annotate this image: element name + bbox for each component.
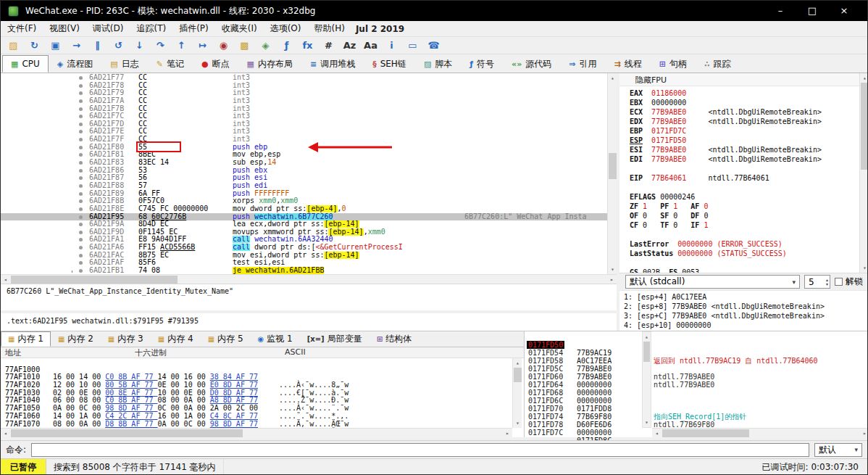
register-row[interactable]: ESP 0171FD50: [630, 136, 857, 145]
breakpoint-dot[interactable]: [79, 115, 83, 118]
tab-graph[interactable]: ◈ 流程图: [49, 55, 101, 73]
stack-row[interactable]: 0171FD5C 77B9ABE0 ntdll.77B9ABE0: [525, 357, 868, 365]
breakpoint-dot[interactable]: [79, 207, 83, 211]
menu-item[interactable]: 收藏夹(I): [215, 20, 264, 37]
scroll-right-arrow[interactable]: ▸: [503, 429, 512, 438]
tab-dump-3[interactable]: ▦ 内存 3: [101, 331, 151, 347]
search-icon[interactable]: ƒ: [276, 38, 297, 54]
tab-references[interactable]: ⇒ 引用: [560, 55, 605, 73]
open-file-icon[interactable]: ▨: [3, 38, 24, 54]
breakpoint-dot[interactable]: [79, 261, 83, 265]
disasm-row[interactable]: 6AD21F8B 0F57C0 xorps xmm0,xmm0: [1, 197, 617, 205]
disasm-row[interactable]: 6AD21FA6 FF15 ACD5566B call dword ptr ds…: [1, 244, 617, 252]
tab-log[interactable]: ▤ 日志: [101, 55, 147, 73]
stack-vertical-scrollbar[interactable]: ▴ ▾: [642, 331, 651, 428]
disasm-row[interactable]: 6AD21F9D 0F1145 EC movups xmmword ptr ss…: [1, 228, 617, 236]
tab-breakpoints[interactable]: ● 断点: [193, 55, 238, 73]
scroll-up-arrow[interactable]: ▴: [642, 332, 651, 342]
register-row[interactable]: EBP 0171FD7C: [630, 126, 857, 136]
register-row[interactable]: OF 0 SF 0 DF 0: [630, 211, 857, 220]
breakpoint-dot[interactable]: [79, 123, 83, 126]
stack-row[interactable]: 0171FD50 77B9AC19 返回到 ntdll.77B9AC19 自 n…: [525, 333, 868, 341]
disasm-row[interactable]: 6AD21F79 CC int3: [1, 89, 617, 97]
register-row[interactable]: EAX 01186000: [630, 88, 857, 98]
run-to-cursor-icon[interactable]: ↦: [192, 38, 213, 54]
breakpoint-dot[interactable]: [79, 153, 83, 157]
breakpoint-dot[interactable]: [79, 107, 83, 111]
argument-row[interactable]: 4: [esp+10] 00000000: [624, 321, 868, 330]
maximize-button[interactable]: □: [796, 1, 828, 21]
disasm-row[interactable]: 6AD21F89 6A FF push FFFFFFFF: [1, 190, 617, 198]
scroll-left-arrow[interactable]: ◂: [652, 429, 662, 438]
stack-row[interactable]: 0171FD68 00000000: [525, 381, 868, 389]
tab-handles[interactable]: ⊞ 句柄: [651, 55, 696, 73]
dump-row[interactable]: 77AF1020 02 00 0E 00 00 8E AF 77 10 00 0…: [1, 373, 512, 381]
breakpoint-dot[interactable]: [79, 130, 83, 133]
hide-fpu-button[interactable]: 隐藏FPU: [635, 75, 667, 85]
stack-row[interactable]: 0171FD6C 0171FDD8 指向SEH_Record[1]的指针: [525, 389, 868, 397]
close-button[interactable]: ×: [828, 1, 860, 21]
disasm-row[interactable]: 6AD21F7F CC int3: [1, 136, 617, 144]
register-row[interactable]: LastError 00000000 (ERROR_SUCCESS): [630, 239, 857, 249]
tab-symbols[interactable]: ƒ 符号: [461, 55, 503, 73]
breakpoint-dot[interactable]: [79, 199, 83, 203]
stack-row[interactable]: 0171FD70 77B69F80 ntdll.77B69F80: [525, 397, 868, 405]
scroll-thumb[interactable]: [861, 83, 868, 170]
unlock-checkbox[interactable]: 解锁: [835, 276, 863, 288]
disasm-row[interactable]: 6AD21FAF 85F6 test esi,esi: [1, 259, 617, 267]
scroll-thumb[interactable]: [11, 276, 178, 284]
disasm-row[interactable]: 6AD21F7D CC int3: [1, 120, 617, 128]
breakpoint-dot[interactable]: [79, 99, 83, 103]
step-into-icon[interactable]: ↓: [129, 38, 150, 54]
dump-row[interactable]: 77AF1050 14 00 1A 00 C4 2C AF 77 16 00 1…: [1, 397, 512, 405]
dump-row[interactable]: 77AF1030 06 00 08 00 C0 8B AF 77 08 00 0…: [1, 381, 512, 389]
scroll-down-arrow[interactable]: ▾: [608, 265, 617, 274]
stack-row[interactable]: 0171FD64 00000000: [525, 373, 868, 381]
disasm-row[interactable]: 6AD21F7B CC int3: [1, 105, 617, 113]
stack-row[interactable]: 0171FD78 00000000: [525, 413, 868, 421]
dump-row[interactable]: 77AF1080 16 00 15 00 70 D8 AF 77 44 00 1…: [1, 421, 512, 429]
scroll-down-arrow[interactable]: ▾: [513, 418, 522, 428]
register-row[interactable]: EIP 77B64061 ntdll.77B64061: [630, 173, 857, 183]
register-row[interactable]: CF 0 TF 0 IF 1: [630, 220, 857, 230]
scroll-thumb[interactable]: [662, 429, 749, 437]
patches-icon[interactable]: ▩: [234, 38, 255, 54]
scroll-down-arrow[interactable]: ▾: [860, 263, 868, 273]
disasm-row[interactable]: 6AD21F7A CC int3: [1, 97, 617, 105]
checkbox-box[interactable]: [835, 278, 843, 286]
scroll-thumb[interactable]: [11, 429, 243, 437]
breakpoint-dot[interactable]: [79, 269, 83, 273]
tab-locals[interactable]: [x=] 局部变量: [300, 331, 370, 347]
tab-dump-2[interactable]: ▦ 内存 2: [51, 331, 101, 347]
scroll-up-arrow[interactable]: ▴: [860, 73, 868, 83]
disasm-row[interactable]: 6AD21F81 8BEC mov ebp,esp: [1, 151, 617, 159]
scroll-up-arrow[interactable]: ▴: [513, 358, 522, 368]
register-row[interactable]: LastStatus 00000000 (STATUS_SUCCESS): [630, 249, 857, 258]
registers-vertical-scrollbar[interactable]: ▴ ▾: [859, 73, 868, 273]
trace-record-icon[interactable]: ◉: [213, 38, 234, 54]
breakpoint-dot[interactable]: [79, 254, 83, 257]
register-row[interactable]: [630, 183, 857, 192]
tab-seh[interactable]: § SEH链: [364, 55, 415, 73]
menu-item[interactable]: 调试(D): [86, 20, 130, 37]
breakpoint-dot[interactable]: [79, 246, 83, 249]
argument-row[interactable]: 1: [esp+4] A0C17EEA: [624, 292, 868, 302]
step-over-icon[interactable]: ↷: [150, 38, 171, 54]
menu-item[interactable]: 帮助(H): [307, 20, 351, 37]
menu-item[interactable]: 追踪(T): [130, 20, 172, 37]
register-row[interactable]: [630, 258, 857, 268]
disasm-row[interactable]: 6AD21F88 57 push edi: [1, 182, 617, 190]
scroll-thumb[interactable]: [514, 368, 522, 382]
info-icon[interactable]: i: [381, 38, 402, 54]
windows-icon[interactable]: ▭: [402, 38, 423, 54]
scroll-right-arrow[interactable]: ▸: [607, 275, 617, 284]
disasm-row[interactable]: 6AD21F95 68 60C2776B push wechatwin.6B77…: [1, 213, 617, 221]
register-row[interactable]: ESI 77B9ABE0 <ntdll.DbgUiRemoteBreakin>: [630, 145, 857, 154]
register-row[interactable]: EBX 00000000: [630, 98, 857, 107]
restart-icon[interactable]: ↻: [24, 38, 45, 54]
breakpoint-dot[interactable]: [79, 231, 83, 234]
menu-item[interactable]: 文件(F): [1, 20, 43, 37]
breakpoint-dot[interactable]: [79, 192, 83, 196]
disasm-row[interactable]: 6AD21F8E C745 FC 00000000 mov dword ptr …: [1, 205, 617, 213]
dump-row[interactable]: 77AF1060 08 00 0A 00 D8 8B AF 77 0A 00 0…: [1, 405, 512, 413]
